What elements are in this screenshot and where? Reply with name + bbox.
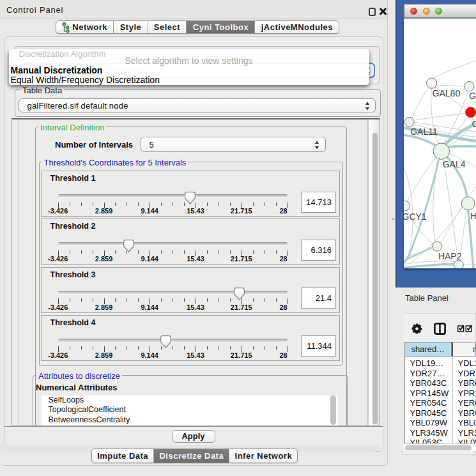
- svg-text:HAP4: HAP4: [470, 211, 476, 221]
- svg-text:GAL11: GAL11: [410, 127, 438, 137]
- svg-text:HAP2: HAP2: [438, 251, 462, 261]
- svg-text:GCY1: GCY1: [404, 211, 427, 222]
- svg-text:GAL80: GAL80: [433, 88, 461, 98]
- svg-text:CRP1: CRP1: [472, 119, 476, 129]
- svg-text:GAL3: GAL3: [469, 91, 476, 101]
- svg-text:GAL4: GAL4: [443, 159, 466, 169]
